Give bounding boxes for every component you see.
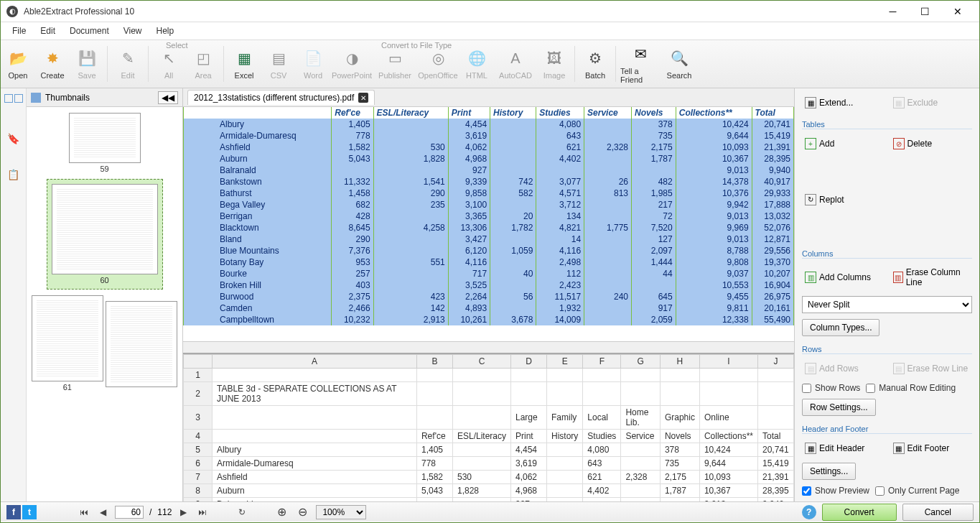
cancel-button[interactable]: Cancel: [902, 504, 974, 521]
document-tab[interactable]: 2012_13statistics (different structures)…: [187, 90, 375, 105]
facebook-icon[interactable]: f: [6, 505, 21, 519]
thumbnail-page[interactable]: 59: [69, 113, 141, 173]
excel-preview[interactable]: ABCDEFGHIJ12TABLE 3d - SEPARATE COLLECTI…: [183, 353, 794, 501]
select-area-button[interactable]: ◰Area: [186, 40, 220, 88]
pdf-table: Ref'ceESL/LiteracyPrintHistoryStudiesSer…: [183, 107, 794, 325]
rotate-button[interactable]: ↻: [235, 506, 248, 519]
view-mode-icons[interactable]: [4, 94, 23, 103]
social-buttons: f t: [6, 505, 37, 519]
replot-button[interactable]: ↻Replot: [802, 158, 972, 241]
folder-icon: 📂: [8, 48, 28, 68]
extend-button[interactable]: ▦Extend...: [802, 94, 885, 111]
thumbnail-page-selected[interactable]: 60: [47, 179, 163, 290]
open-button[interactable]: 📂Open: [1, 40, 35, 88]
edit-header-icon: ▦: [805, 443, 816, 454]
erase-row-button: ▤Erase Row Line: [890, 360, 973, 377]
thumbnail-page[interactable]: [106, 301, 177, 387]
settings-button[interactable]: Settings...: [802, 463, 856, 480]
thumbnails-header: Thumbnails ◀◀: [27, 88, 182, 107]
pdf-view[interactable]: Ref'ceESL/LiteracyPrintHistoryStudiesSer…: [183, 107, 794, 341]
word-icon: 📄: [303, 48, 323, 68]
prev-page-button[interactable]: ◀: [97, 506, 109, 519]
manual-row-checkbox[interactable]: Manual Row Editing: [866, 383, 956, 393]
save-button[interactable]: 💾Save: [70, 40, 104, 88]
close-button[interactable]: ✕: [941, 1, 974, 22]
add-rows-button: ▤Add Rows: [802, 360, 885, 377]
thumbnail-page[interactable]: 61: [32, 295, 103, 392]
rows-group-title: Rows: [802, 345, 972, 354]
add-columns-icon: ▥: [805, 272, 816, 283]
last-page-button[interactable]: ⏭: [195, 506, 210, 519]
page-separator: /: [149, 507, 151, 517]
search-icon: 🔍: [669, 48, 689, 68]
html-button[interactable]: 🌐HTML: [459, 40, 494, 88]
clipboard-icon[interactable]: 📋: [6, 167, 21, 182]
erase-row-icon: ▤: [893, 363, 905, 374]
menu-file[interactable]: File: [5, 24, 33, 38]
maximize-button[interactable]: ☐: [909, 1, 941, 22]
erase-column-icon: ▥: [893, 272, 903, 283]
tables-group-title: Tables: [802, 120, 972, 129]
menu-help[interactable]: Help: [149, 24, 182, 38]
replot-icon: ↻: [805, 194, 816, 205]
show-rows-checkbox[interactable]: Show Rows: [802, 383, 860, 393]
edit-button[interactable]: ✎Edit: [111, 40, 145, 88]
menu-view[interactable]: View: [116, 24, 149, 38]
menu-document[interactable]: Document: [62, 24, 116, 38]
column-types-button[interactable]: Column Types...: [802, 319, 879, 336]
convert-button[interactable]: Convert: [822, 504, 897, 521]
tell-friend-button[interactable]: ✉Tell a Friend: [619, 40, 662, 88]
openoffice-icon: ◎: [428, 48, 448, 68]
csv-button[interactable]: ▤CSV: [261, 40, 296, 88]
delete-table-button[interactable]: ⊘Delete: [890, 135, 973, 152]
add-icon: +: [805, 138, 816, 149]
erase-column-button[interactable]: ▥Erase Column Line: [890, 264, 973, 290]
powerpoint-button[interactable]: ◑PowerPoint: [330, 40, 373, 88]
help-icon[interactable]: ?: [802, 505, 816, 519]
edit-footer-icon: ▦: [893, 443, 905, 454]
edit-footer-button[interactable]: ▦Edit Footer: [890, 440, 973, 457]
delete-icon: ⊘: [893, 138, 905, 149]
split-select[interactable]: Never Split: [802, 296, 972, 313]
menu-edit[interactable]: Edit: [33, 24, 62, 38]
word-button[interactable]: 📄Word: [296, 40, 330, 88]
document-tab-label: 2012_13statistics (different structures)…: [194, 93, 354, 103]
select-all-icon: ↖: [159, 48, 179, 68]
minimize-button[interactable]: ─: [877, 1, 909, 22]
horizontal-scrollbar[interactable]: [183, 341, 794, 353]
add-table-button[interactable]: +Add: [802, 135, 885, 152]
edit-header-button[interactable]: ▦Edit Header: [802, 440, 885, 457]
close-tab-icon[interactable]: ✕: [358, 93, 368, 103]
powerpoint-icon: ◑: [342, 48, 362, 68]
row-settings-button[interactable]: Row Settings...: [802, 399, 876, 416]
show-preview-checkbox[interactable]: Show Preview: [802, 486, 869, 496]
bookmark-icon[interactable]: 🔖: [6, 131, 21, 146]
twitter-icon[interactable]: t: [22, 505, 37, 519]
bottombar: f t ⏮ ◀ / 112 ▶ ⏭ ↻ ⊕ ⊖ 100% ? Convert C…: [1, 501, 979, 522]
autocad-icon: A: [505, 48, 526, 68]
autocad-button[interactable]: AAutoCAD: [494, 40, 537, 88]
menubar: File Edit Document View Help: [1, 22, 979, 40]
publisher-icon: ▭: [385, 48, 405, 68]
mail-icon: ✉: [630, 44, 650, 64]
page-input[interactable]: [115, 506, 144, 519]
image-button[interactable]: 🖼Image: [537, 40, 571, 88]
collapse-thumbnails-button[interactable]: ◀◀: [158, 91, 178, 104]
zoom-in-button[interactable]: ⊕: [274, 504, 289, 520]
batch-button[interactable]: ⚙Batch: [578, 40, 612, 88]
first-page-button[interactable]: ⏮: [77, 506, 91, 519]
thumbnails-body[interactable]: 59 60 61: [27, 107, 182, 501]
excel-button[interactable]: ▦Excel: [227, 40, 261, 88]
columns-group-title: Columns: [802, 249, 972, 259]
exclude-button: ▦Exclude: [890, 94, 973, 111]
thumbnails-icon: [31, 93, 41, 103]
search-button[interactable]: 🔍Search: [662, 40, 696, 88]
next-page-button[interactable]: ▶: [177, 506, 190, 519]
only-current-checkbox[interactable]: Only Current Page: [875, 486, 959, 496]
excel-table: ABCDEFGHIJ12TABLE 3d - SEPARATE COLLECTI…: [183, 354, 794, 501]
create-button[interactable]: ✸Create: [35, 40, 70, 88]
zoom-select[interactable]: 100%: [316, 505, 366, 519]
zoom-out-button[interactable]: ⊖: [295, 504, 310, 520]
left-strip: 🔖 📋: [1, 88, 27, 501]
add-columns-button[interactable]: ▥Add Columns: [802, 264, 885, 290]
